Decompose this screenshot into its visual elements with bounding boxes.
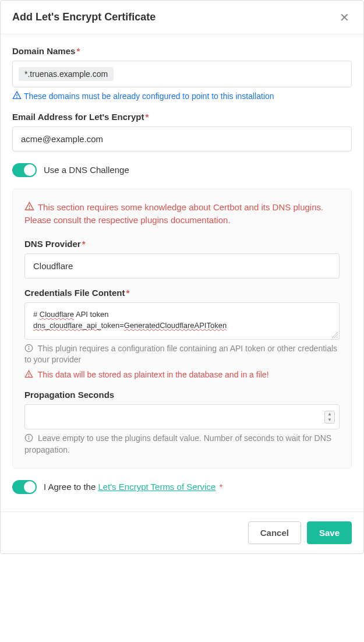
dns-challenge-toggle[interactable]	[12, 163, 37, 177]
warning-icon	[24, 202, 34, 211]
domain-names-hint-text: These domains must be already configured…	[24, 91, 274, 101]
propagation-field: Propagation Seconds ▲ ▼ Leave empty to u…	[24, 390, 340, 456]
modal-body: Domain Names* *.truenas.example.com Thes…	[1, 34, 363, 512]
dns-section: This section requires some knowledge abo…	[12, 189, 352, 468]
svg-point-11	[29, 436, 29, 437]
domain-tag[interactable]: *.truenas.example.com	[19, 67, 114, 81]
terms-link[interactable]: Let's Encrypt Terms of Service	[98, 482, 215, 492]
chevron-up-icon: ▲	[327, 411, 332, 417]
save-button-label: Save	[319, 528, 340, 538]
propagation-input-wrap: ▲ ▼	[24, 404, 340, 429]
svg-point-1	[17, 97, 17, 98]
agree-toggle[interactable]	[12, 480, 37, 494]
required-marker: *	[219, 482, 222, 492]
credentials-text: #	[33, 310, 40, 319]
number-spinner[interactable]: ▲ ▼	[324, 411, 335, 424]
required-marker: *	[126, 288, 130, 298]
credentials-hint-red-text: This data will be stored as plaintext in…	[38, 370, 269, 379]
dns-provider-label-row: DNS Provider*	[24, 239, 340, 249]
modal-footer: Cancel Save	[1, 512, 363, 553]
email-label-row: Email Address for Let's Encrypt*	[12, 112, 352, 122]
info-icon	[24, 344, 33, 352]
agree-row: I Agree to the Let's Encrypt Terms of Se…	[12, 480, 352, 494]
warning-icon	[12, 91, 22, 100]
agree-prefix: I Agree to the	[44, 482, 98, 492]
credentials-label: Credentials File Content	[24, 288, 125, 298]
credentials-line-2: dns_cloudflare_api_token=GeneratedCloudf…	[33, 320, 331, 331]
domain-names-field: Domain Names* *.truenas.example.com Thes…	[12, 46, 352, 103]
credentials-text: GeneratedCloudflareAPIToken	[124, 321, 227, 330]
dns-section-warning-text: This section requires some knowledge abo…	[24, 202, 323, 225]
info-icon	[24, 433, 33, 442]
email-label: Email Address for Let's Encrypt	[12, 112, 144, 122]
propagation-label-row: Propagation Seconds	[24, 390, 340, 400]
domain-names-hint: These domains must be already configured…	[12, 91, 352, 103]
svg-point-3	[29, 208, 30, 209]
dns-challenge-row: Use a DNS Challenge	[12, 163, 352, 177]
credentials-line-1: # Cloudflare API token	[33, 309, 331, 320]
dns-challenge-label: Use a DNS Challenge	[44, 165, 129, 175]
required-marker: *	[76, 46, 80, 56]
domain-names-label: Domain Names	[12, 46, 75, 56]
svg-point-6	[29, 346, 29, 347]
email-input[interactable]	[12, 126, 352, 151]
dns-provider-select[interactable]: Cloudflare	[24, 253, 340, 278]
close-button[interactable]: ✕	[337, 12, 352, 23]
credentials-text: dns_cloudflare_api_	[33, 321, 101, 330]
credentials-field: Credentials File Content* # Cloudflare A…	[24, 288, 340, 381]
domain-names-input[interactable]: *.truenas.example.com	[12, 61, 352, 87]
propagation-label: Propagation Seconds	[24, 390, 114, 400]
propagation-hint: Leave empty to use the plugins default v…	[24, 433, 340, 456]
required-marker: *	[145, 112, 149, 122]
cancel-button-label: Cancel	[260, 528, 289, 538]
email-field: Email Address for Let's Encrypt*	[12, 112, 352, 151]
dns-section-warning: This section requires some knowledge abo…	[24, 201, 340, 227]
resize-handle-icon	[332, 332, 338, 338]
dns-provider-value: Cloudflare	[33, 261, 73, 271]
agree-label: I Agree to the Let's Encrypt Terms of Se…	[44, 482, 222, 492]
dns-provider-label: DNS Provider	[24, 239, 81, 249]
required-marker: *	[82, 239, 86, 249]
dns-provider-field: DNS Provider* Cloudflare	[24, 239, 340, 278]
credentials-textarea[interactable]: # Cloudflare API token dns_cloudflare_ap…	[24, 302, 340, 340]
modal: Add Let's Encrypt Certificate ✕ Domain N…	[0, 0, 364, 554]
cancel-button[interactable]: Cancel	[248, 521, 301, 544]
domain-tag-label: *.truenas.example.com	[24, 69, 108, 79]
svg-point-8	[29, 376, 29, 376]
credentials-text: Cloudflare	[40, 310, 74, 319]
propagation-input[interactable]	[24, 404, 340, 429]
close-icon: ✕	[340, 11, 349, 24]
propagation-hint-text: Leave empty to use the plugins default v…	[24, 433, 331, 454]
modal-title: Add Let's Encrypt Certificate	[12, 11, 156, 23]
save-button[interactable]: Save	[307, 521, 352, 544]
credentials-hint-grey: This plugin requires a configuration fil…	[24, 343, 340, 366]
domain-names-label-row: Domain Names*	[12, 46, 352, 56]
credentials-hint-red: This data will be stored as plaintext in…	[24, 369, 340, 381]
credentials-text: token=	[101, 321, 123, 330]
credentials-text: API token	[74, 310, 108, 319]
modal-header: Add Let's Encrypt Certificate ✕	[1, 1, 363, 34]
credentials-hint-grey-text: This plugin requires a configuration fil…	[24, 344, 337, 365]
terms-link-text: Let's Encrypt Terms of Service	[98, 482, 215, 492]
warning-icon	[24, 370, 33, 379]
chevron-down-icon: ▼	[327, 417, 332, 423]
credentials-label-row: Credentials File Content*	[24, 288, 340, 298]
